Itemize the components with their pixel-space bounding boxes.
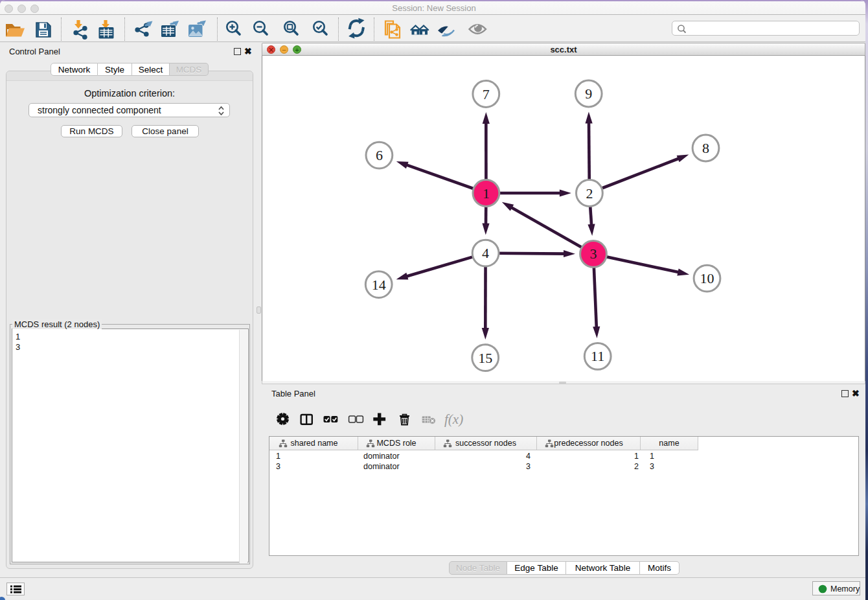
svg-text:15: 15 xyxy=(478,350,492,366)
svg-text:8: 8 xyxy=(702,140,709,156)
svg-text:2: 2 xyxy=(586,185,593,202)
svg-text:3: 3 xyxy=(590,246,597,262)
svg-text:11: 11 xyxy=(591,348,604,364)
svg-text:4: 4 xyxy=(482,245,489,261)
svg-text:9: 9 xyxy=(585,86,592,102)
svg-text:6: 6 xyxy=(376,147,383,163)
svg-text:10: 10 xyxy=(700,270,714,286)
svg-text:7: 7 xyxy=(483,86,490,102)
svg-text:1: 1 xyxy=(483,185,490,202)
svg-text:f(x): f(x) xyxy=(444,411,463,427)
svg-text:14: 14 xyxy=(372,277,386,293)
